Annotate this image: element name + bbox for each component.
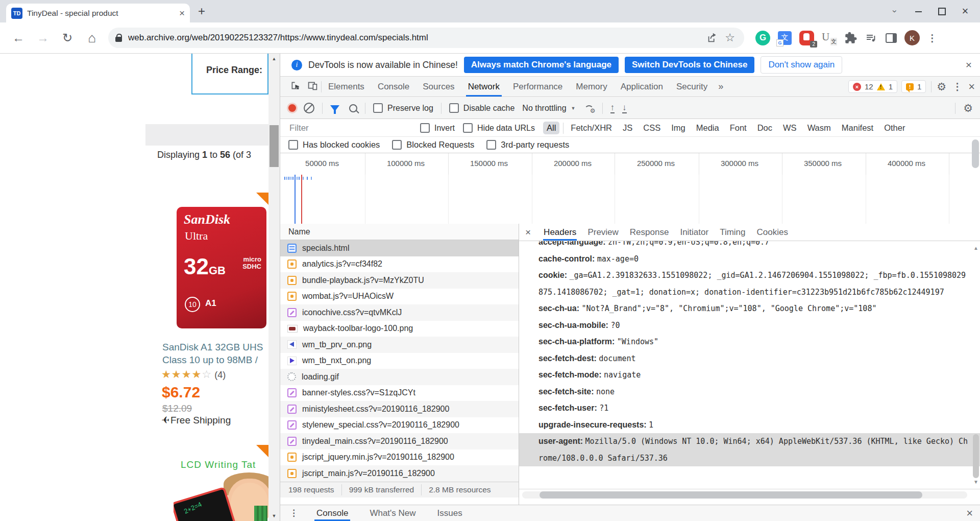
devtools-menu-icon[interactable]: ⋮ xyxy=(952,81,962,92)
network-conditions-icon[interactable] xyxy=(583,104,595,112)
type-filter-manifest[interactable]: Manifest xyxy=(838,122,877,134)
checkbox-icon[interactable] xyxy=(373,103,383,113)
devtools-tab-application[interactable]: Application xyxy=(614,77,670,97)
new-tab-button[interactable]: + xyxy=(198,4,205,18)
disable-cache-checkbox[interactable]: Disable cache xyxy=(449,103,515,113)
filter-input[interactable] xyxy=(288,123,412,134)
side-panel-icon[interactable] xyxy=(886,33,897,43)
record-network-log-icon[interactable] xyxy=(288,104,296,112)
forward-button[interactable]: → xyxy=(31,31,55,45)
drawer-menu-icon[interactable]: ⋮ xyxy=(289,508,298,518)
request-row[interactable]: iconochive.css?v=qtvMKclJ xyxy=(280,304,519,321)
url-text[interactable]: web.archive.org/web/20190225123327/https… xyxy=(128,33,701,43)
request-row[interactable]: bundle-playback.js?v=MzYkZ0TU xyxy=(280,272,519,289)
adblock-extension-icon[interactable]: 2 xyxy=(799,31,814,45)
detail-tab-response[interactable]: Response xyxy=(624,224,675,241)
price-range-filter-box[interactable]: Price Range: xyxy=(191,54,268,94)
devtools-settings-icon[interactable]: ⚙ xyxy=(937,81,946,93)
switch-chinese-button[interactable]: Switch DevTools to Chinese xyxy=(625,57,754,73)
type-filter-wasm[interactable]: Wasm xyxy=(804,122,835,134)
type-filter-fetch-xhr[interactable]: Fetch/XHR xyxy=(567,122,616,134)
tab-close-icon[interactable]: × xyxy=(179,8,185,19)
extensions-puzzle-icon[interactable] xyxy=(844,31,857,44)
blocked-requests-checkbox[interactable]: Blocked Requests xyxy=(392,140,474,150)
type-filter-font[interactable]: Font xyxy=(726,122,750,134)
network-settings-icon[interactable]: ⚙ xyxy=(963,102,973,114)
type-filter-doc[interactable]: Doc xyxy=(754,122,776,134)
detail-hscrollbar[interactable] xyxy=(522,491,967,499)
preserve-log-checkbox[interactable]: Preserve log xyxy=(373,103,433,113)
request-row[interactable]: tinydeal_main.css?v=20190116_182900 xyxy=(280,433,519,449)
request-row[interactable]: wayback-toolbar-logo-100.png xyxy=(280,321,519,337)
translate-extension-icon[interactable]: 文 xyxy=(778,31,792,45)
inspect-element-icon[interactable] xyxy=(286,80,304,93)
translator-u-extension-icon[interactable]: U 文 xyxy=(822,31,836,45)
hide-data-urls-checkbox[interactable]: Hide data URLs xyxy=(463,123,535,133)
request-row[interactable]: specials.html xyxy=(280,240,519,256)
checkbox-icon[interactable] xyxy=(420,123,430,133)
request-row[interactable]: banner-styles.css?v=S1zqJCYt xyxy=(280,385,519,401)
url-bar[interactable]: web.archive.org/web/20190225123327/https… xyxy=(108,28,744,48)
scroll-up-icon[interactable]: ▲ xyxy=(268,54,280,64)
name-column-header[interactable]: Name xyxy=(280,224,519,240)
request-row[interactable]: wm_tb_prv_on.png xyxy=(280,337,519,353)
detail-hscrollbar-thumb[interactable] xyxy=(540,491,922,499)
request-row[interactable]: wombat.js?v=UHAOicsW xyxy=(280,289,519,305)
browser-tab[interactable]: TD TinyDeal - special product × xyxy=(6,4,190,22)
maximize-button[interactable] xyxy=(930,7,953,16)
checkbox-icon[interactable] xyxy=(486,140,496,150)
grammarly-extension-icon[interactable]: G xyxy=(755,31,770,45)
3rd-party-requests-checkbox[interactable]: 3rd-party requests xyxy=(486,140,569,150)
devtools-tab-security[interactable]: Security xyxy=(670,77,714,97)
throttling-dropdown[interactable]: No throttling ▼ xyxy=(522,104,575,113)
page-scrollbar[interactable]: ▲ ▼ xyxy=(268,54,280,521)
product-image-lcd-tablet[interactable]: 2+2=4 LCD Writing Tat xyxy=(174,452,268,521)
detail-vscrollbar-thumb[interactable] xyxy=(973,434,979,478)
request-row[interactable]: jscript_main.js?v=20190116_182900 xyxy=(280,465,519,482)
network-overview[interactable] xyxy=(280,175,980,224)
drawer-close-icon[interactable]: × xyxy=(966,507,973,520)
type-filter-ws[interactable]: WS xyxy=(779,122,800,134)
lock-icon[interactable] xyxy=(115,37,122,42)
home-button[interactable]: ⌂ xyxy=(80,30,104,46)
filter-toggle-icon[interactable] xyxy=(330,105,339,111)
type-filter-other[interactable]: Other xyxy=(880,122,909,134)
checkbox-icon[interactable] xyxy=(392,140,402,150)
drawer-tab-console[interactable]: Console xyxy=(309,505,355,521)
request-row[interactable]: loading.gif xyxy=(280,369,519,385)
close-window-button[interactable]: × xyxy=(953,5,977,18)
detail-tab-initiator[interactable]: Initiator xyxy=(674,224,714,241)
type-filter-js[interactable]: JS xyxy=(619,122,636,134)
invert-checkbox[interactable]: Invert xyxy=(420,123,455,133)
drawer-tab-what-s-new[interactable]: What's New xyxy=(362,505,423,521)
clear-network-log-icon[interactable] xyxy=(304,103,314,113)
devtools-close-icon[interactable]: × xyxy=(968,80,975,93)
checkbox-icon[interactable] xyxy=(463,123,473,133)
page-scrollbar-thumb[interactable] xyxy=(270,125,279,167)
detail-scroll-down-icon[interactable]: ▼ xyxy=(973,479,978,485)
type-filter-img[interactable]: Img xyxy=(668,122,689,134)
has-blocked-cookies-checkbox[interactable]: Has blocked cookies xyxy=(288,140,380,150)
request-row[interactable]: ministylesheet.css?v=20190116_182900 xyxy=(280,401,519,417)
detail-scroll-up-icon[interactable]: ▲ xyxy=(973,245,978,251)
match-language-button[interactable]: Always match Chrome's language xyxy=(464,57,619,73)
type-filter-media[interactable]: Media xyxy=(693,122,723,134)
detail-tab-cookies[interactable]: Cookies xyxy=(751,224,794,241)
devtools-tab-network[interactable]: Network xyxy=(461,77,506,97)
product-title-link[interactable]: SanDisk A1 32GB UHSClass 10 up to 98MB / xyxy=(162,341,268,366)
minimize-button[interactable] xyxy=(906,7,930,16)
checkbox-icon[interactable] xyxy=(449,103,459,113)
export-har-icon[interactable]: ↓ xyxy=(622,103,627,113)
infobar-close-icon[interactable]: × xyxy=(966,59,972,71)
browser-menu-icon[interactable]: ⋮ xyxy=(927,32,937,44)
bookmark-star-icon[interactable]: ☆ xyxy=(725,31,735,44)
request-row[interactable]: analytics.js?v=cf34f82 xyxy=(280,256,519,273)
network-panel-scrollbar-thumb[interactable] xyxy=(972,139,979,168)
reload-button[interactable]: ↻ xyxy=(55,31,80,45)
errors-warnings-badge[interactable]: × 12 1 xyxy=(848,80,897,93)
issues-badge[interactable]: ! 1 xyxy=(901,80,926,93)
tab-search-icon[interactable]: › xyxy=(883,6,906,16)
devtools-tab-memory[interactable]: Memory xyxy=(569,77,614,97)
type-filter-all[interactable]: All xyxy=(543,122,559,134)
checkbox-icon[interactable] xyxy=(288,140,298,150)
